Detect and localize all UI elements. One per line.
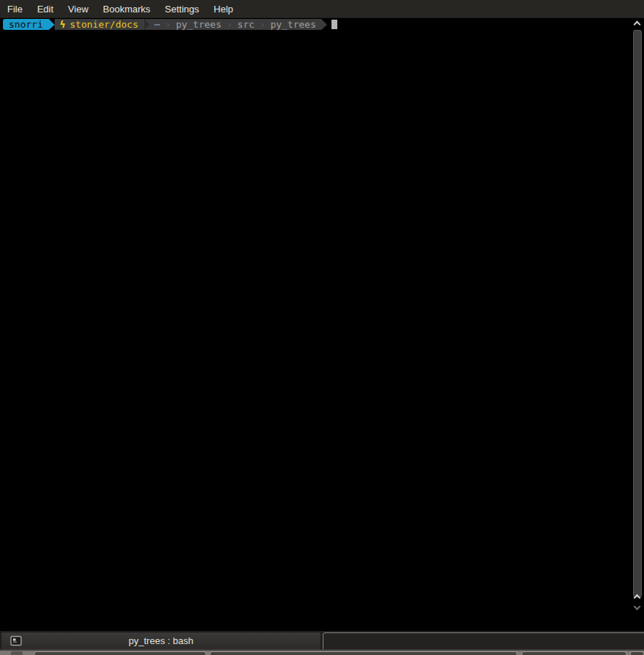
path-segment: src bbox=[237, 19, 254, 30]
prompt-path-segment: ϟ stonier/docs ⋯ › py_trees › src › py_t… bbox=[55, 19, 321, 30]
menu-bookmarks[interactable]: Bookmarks bbox=[95, 0, 157, 17]
menu-help[interactable]: Help bbox=[206, 0, 240, 17]
powerline-arrow-icon bbox=[49, 19, 55, 30]
taskbar-icon[interactable] bbox=[11, 651, 23, 655]
scroll-up-icon[interactable] bbox=[634, 21, 641, 28]
path-ellipsis: ⋯ bbox=[154, 19, 160, 30]
tab-bar: py_trees : bash bbox=[0, 631, 644, 651]
prompt-current-path: stonier/docs bbox=[70, 19, 138, 30]
taskbar-window-button[interactable] bbox=[522, 651, 627, 655]
menu-settings[interactable]: Settings bbox=[157, 0, 206, 17]
path-segment: py_trees bbox=[270, 19, 316, 30]
scroll-down-icon[interactable] bbox=[634, 603, 641, 611]
prompt-line: snorri ϟ stonier/docs ⋯ › py_trees › src… bbox=[3, 19, 337, 30]
terminal-viewport[interactable]: snorri ϟ stonier/docs ⋯ › py_trees › src… bbox=[0, 18, 644, 631]
menu-bar: File Edit View Bookmarks Settings Help bbox=[0, 0, 644, 18]
menu-view[interactable]: View bbox=[60, 0, 95, 17]
taskbar-window-button[interactable] bbox=[630, 651, 644, 655]
powerline-subarrow-icon bbox=[144, 19, 149, 30]
prompt-host-segment: snorri bbox=[3, 19, 49, 30]
taskbar-window-button[interactable] bbox=[34, 651, 206, 655]
chevron-separator-icon: › bbox=[259, 19, 265, 30]
bolt-icon: ϟ bbox=[60, 19, 66, 30]
taskbar-window-button[interactable] bbox=[210, 651, 517, 655]
powerline-end-arrow-icon bbox=[321, 19, 327, 30]
tab-bar-empty-area bbox=[323, 632, 644, 651]
path-segment: py_trees bbox=[176, 19, 221, 30]
desktop-taskbar-sliver bbox=[0, 651, 644, 655]
menu-file[interactable]: File bbox=[0, 0, 30, 17]
menu-edit[interactable]: Edit bbox=[30, 0, 60, 17]
chevron-separator-icon: › bbox=[227, 19, 232, 30]
tab-py-trees[interactable]: py_trees : bash bbox=[1, 632, 321, 650]
scrollbar[interactable] bbox=[631, 18, 644, 631]
konsole-window: File Edit View Bookmarks Settings Help s… bbox=[0, 0, 644, 655]
chevron-separator-icon: › bbox=[165, 19, 171, 30]
scrollbar-thumb[interactable] bbox=[633, 30, 642, 597]
terminal-cursor bbox=[331, 20, 337, 29]
tab-title: py_trees : bash bbox=[1, 635, 321, 646]
